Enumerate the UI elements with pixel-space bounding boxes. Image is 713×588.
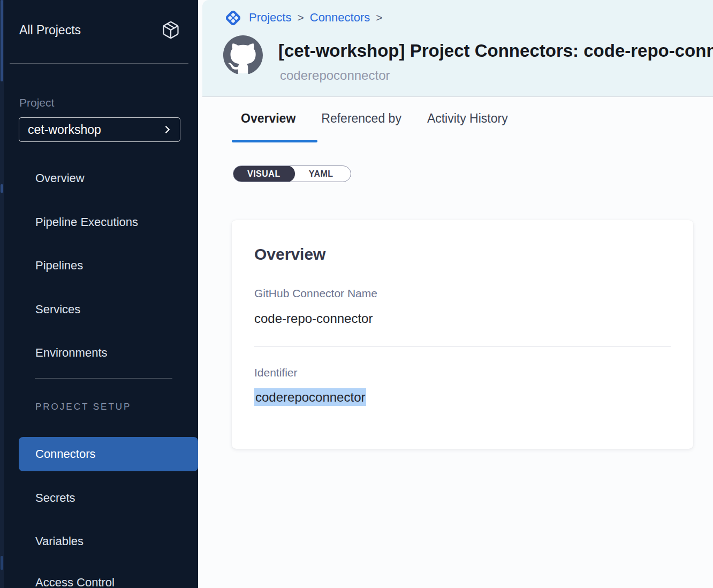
all-projects-row: All Projects (19, 20, 187, 40)
rail-accent (1, 0, 3, 81)
project-setup-section-label: PROJECT SETUP (35, 402, 131, 412)
chevron-right-icon (162, 124, 173, 135)
breadcrumb-separator: > (297, 11, 304, 24)
app-window: All Projects Project cet-workshop Overvi… (0, 0, 713, 588)
breadcrumb: Projects > Connectors > (223, 7, 383, 28)
sidebar-divider (35, 378, 172, 379)
tab-referenced-by[interactable]: Referenced by (321, 111, 401, 126)
sidebar-item-overview[interactable]: Overview (0, 167, 198, 190)
toggle-option-visual[interactable]: VISUAL (233, 165, 295, 182)
github-icon (223, 35, 263, 75)
visual-yaml-toggle[interactable]: VISUAL YAML (233, 165, 351, 182)
main-content: Projects > Connectors > [cet-workshop] P… (198, 0, 713, 588)
breadcrumb-link-connectors[interactable]: Connectors (310, 11, 370, 25)
sidebar-item-access-control[interactable]: Access Control (0, 571, 198, 588)
sidebar-item-pipeline-executions[interactable]: Pipeline Executions (0, 210, 198, 234)
tab-activity-history[interactable]: Activity History (427, 111, 508, 126)
cube-icon[interactable] (161, 20, 180, 40)
identifier-selected-text: coderepoconnector (254, 388, 366, 406)
card-title: Overview (254, 245, 325, 263)
breadcrumb-link-projects[interactable]: Projects (249, 11, 291, 25)
sidebar-divider (10, 63, 188, 64)
project-label: Project (19, 96, 54, 109)
project-selector-value: cet-workshop (28, 118, 101, 141)
active-tab-indicator (232, 140, 317, 142)
field-label-identifier: Identifier (254, 366, 298, 379)
sidebar-item-secrets[interactable]: Secrets (0, 486, 198, 510)
card-divider (254, 346, 671, 346)
sidebar-item-pipelines[interactable]: Pipelines (0, 254, 198, 277)
harness-logo-icon (223, 8, 243, 28)
page-subtitle: coderepoconnector (280, 68, 390, 83)
sidebar-item-services[interactable]: Services (0, 298, 198, 321)
sidebar-item-connectors[interactable]: Connectors (19, 437, 198, 471)
tab-bar: Overview Referenced by Activity History (241, 111, 508, 126)
field-label-connector-name: GitHub Connector Name (254, 287, 377, 300)
toggle-option-yaml[interactable]: YAML (295, 166, 351, 182)
project-selector[interactable]: cet-workshop (19, 117, 180, 142)
all-projects-label[interactable]: All Projects (19, 23, 81, 37)
sidebar-item-environments[interactable]: Environments (0, 341, 198, 365)
overview-card: Overview GitHub Connector Name code-repo… (232, 220, 693, 449)
page-title: [cet-workshop] Project Connectors: code-… (278, 41, 713, 63)
rail-accent (1, 556, 3, 570)
page-header: Projects > Connectors > [cet-workshop] P… (202, 0, 713, 97)
sidebar: All Projects Project cet-workshop Overvi… (0, 0, 198, 588)
breadcrumb-separator: > (376, 11, 382, 24)
field-value-connector-name: code-repo-connector (254, 311, 373, 326)
sidebar-item-variables[interactable]: Variables (0, 530, 198, 553)
field-value-identifier: coderepoconnector (254, 390, 366, 405)
tab-overview[interactable]: Overview (241, 111, 295, 126)
